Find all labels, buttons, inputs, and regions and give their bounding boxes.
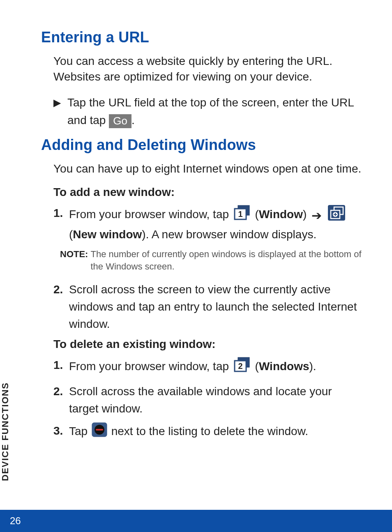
step-text: ).: [309, 360, 316, 373]
step-text: From your browser window, tap: [69, 360, 232, 373]
bullet-step-url: ▶ Tap the URL field at the top of the sc…: [53, 94, 363, 129]
step-content: Tap next to the listing to delete the wi…: [69, 422, 363, 442]
window-label: Window: [259, 208, 303, 221]
note-label: NOTE:: [60, 248, 88, 272]
step-content: Scroll across the screen to view the cur…: [69, 281, 363, 333]
delete-window-icon: [92, 422, 107, 442]
step-text: From your browser window, tap: [69, 208, 232, 221]
list-item: 1. From your browser window, tap 1 (Wind…: [53, 205, 363, 243]
list-item: 2. Scroll across the available windows a…: [53, 383, 363, 417]
list-item: 2. Scroll across the screen to view the …: [53, 281, 363, 333]
page-content: Entering a URL You can access a website …: [0, 0, 392, 510]
note-row: NOTE: The number of currently open windo…: [60, 248, 363, 272]
windows-2-icon: 2: [233, 357, 251, 378]
page-number: 26: [10, 515, 21, 527]
section-heading-entering-url: Entering a URL: [41, 29, 363, 46]
step-number: 1.: [53, 357, 69, 378]
step-number: 3.: [53, 422, 69, 442]
step-text: next to the listing to delete the window…: [111, 425, 308, 438]
svg-text:2: 2: [238, 362, 242, 371]
note-text: The number of currently open windows is …: [90, 248, 363, 272]
bullet-text-after: .: [131, 114, 135, 127]
section-heading-windows: Adding and Deleting Windows: [41, 136, 363, 154]
windows-1-icon: 1: [233, 205, 251, 226]
new-window-icon: [327, 205, 346, 226]
page-footer: 26: [0, 510, 392, 532]
step-text: Tap: [69, 425, 91, 438]
step-number: 2.: [53, 383, 69, 417]
bullet-content: Tap the URL field at the top of the scre…: [67, 94, 363, 129]
side-section-label: DEVICE FUNCTIONS: [0, 382, 11, 481]
step-number: 2.: [53, 281, 69, 333]
step-content: From your browser window, tap 1 (Window)…: [69, 205, 363, 243]
step-text: (: [255, 360, 259, 373]
step-number: 1.: [53, 205, 69, 243]
arrow-right-icon: ➔: [311, 206, 322, 225]
intro-text-url: You can access a website quickly by ente…: [53, 53, 363, 85]
new-window-label: New window: [73, 228, 142, 241]
step-text: ): [303, 208, 310, 221]
step-text: ). A new browser window displays.: [142, 228, 316, 241]
step-content: From your browser window, tap 2 (Windows…: [69, 357, 363, 378]
sub-heading-delete: To delete an existing window:: [53, 338, 363, 351]
step-text: (: [69, 228, 73, 241]
step-content: Scroll across the available windows and …: [69, 383, 363, 417]
step-text: (: [255, 208, 259, 221]
svg-rect-14: [96, 429, 103, 431]
triangle-bullet-icon: ▶: [53, 94, 67, 129]
intro-text-windows: You can have up to eight Internet window…: [53, 161, 363, 177]
windows-label: Windows: [259, 360, 309, 373]
go-button-icon: Go: [109, 114, 131, 128]
list-item: 3. Tap next to the listing to delete the…: [53, 422, 363, 442]
list-item: 1. From your browser window, tap 2 (Wind…: [53, 357, 363, 378]
svg-text:1: 1: [238, 210, 242, 219]
sub-heading-add: To add a new window:: [53, 186, 363, 199]
